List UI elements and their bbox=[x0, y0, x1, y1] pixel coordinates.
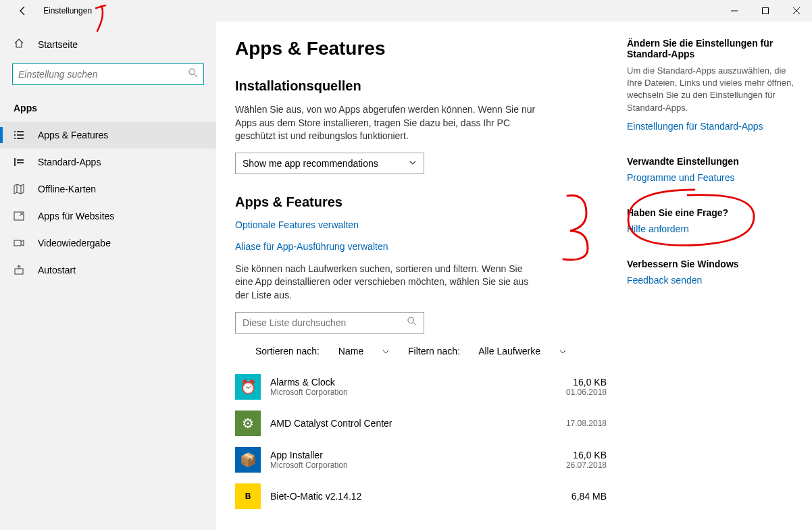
sort-control[interactable]: Sortieren nach: Name bbox=[255, 346, 389, 356]
app-name: App Installer bbox=[270, 450, 546, 460]
svg-rect-14 bbox=[17, 162, 24, 163]
sidebar-section-header: Apps bbox=[0, 99, 216, 122]
side-programs-link[interactable]: Programme und Features bbox=[627, 172, 803, 183]
install-sources-desc: Wählen Sie aus, von wo Apps abgerufen we… bbox=[235, 103, 539, 143]
sidebar-item-label: Autostart bbox=[38, 265, 76, 275]
app-size: 16,0 KB bbox=[546, 377, 607, 388]
svg-rect-17 bbox=[15, 269, 23, 274]
svg-rect-1 bbox=[763, 8, 769, 14]
install-sources-title: Installationsquellen bbox=[235, 78, 613, 94]
svg-rect-11 bbox=[17, 138, 24, 139]
apps-features-title: Apps & Features bbox=[235, 194, 613, 210]
app-icon: B bbox=[235, 483, 261, 509]
svg-line-5 bbox=[195, 74, 197, 77]
app-vendor: Microsoft Corporation bbox=[270, 388, 546, 397]
sidebar-item-label: Videowiedergabe bbox=[38, 238, 111, 248]
content-side: Ändern Sie die Einstellungen für Standar… bbox=[627, 38, 803, 530]
sidebar-item-label: Standard-Apps bbox=[38, 157, 101, 167]
page-title: Apps & Features bbox=[235, 38, 613, 59]
app-list-search-wrapper[interactable] bbox=[235, 312, 424, 334]
app-row[interactable]: 📦 App Installer Microsoft Corporation 16… bbox=[235, 442, 613, 478]
home-icon bbox=[14, 38, 27, 51]
side-help-link[interactable]: Hilfe anfordern bbox=[627, 223, 803, 234]
app-list-search-input[interactable] bbox=[243, 317, 407, 328]
search-input[interactable] bbox=[18, 69, 188, 80]
app-row[interactable]: ⚙ AMD Catalyst Control Center 17.08.2018 bbox=[235, 405, 613, 442]
svg-rect-7 bbox=[17, 131, 24, 132]
sidebar: Startseite Apps Apps & Features Standard… bbox=[0, 22, 216, 530]
maximize-button[interactable] bbox=[750, 0, 781, 22]
sidebar-item-video[interactable]: Videowiedergabe bbox=[0, 230, 216, 257]
optional-features-link[interactable]: Optionale Features verwalten bbox=[235, 219, 613, 230]
side-defaults-link[interactable]: Einstellungen für Standard-Apps bbox=[627, 121, 803, 132]
side-improve-title: Verbessern Sie Windows bbox=[627, 259, 803, 269]
apps-features-desc: Sie können nach Laufwerken suchen, sorti… bbox=[235, 263, 539, 302]
app-size: 6,84 MB bbox=[546, 491, 607, 502]
window-title: Einstellungen bbox=[43, 6, 92, 16]
minimize-button[interactable] bbox=[719, 0, 750, 22]
app-icon: ⚙ bbox=[235, 410, 261, 436]
svg-rect-8 bbox=[14, 134, 16, 136]
video-icon bbox=[14, 238, 27, 248]
sidebar-item-label: Apps & Features bbox=[38, 130, 108, 140]
sidebar-item-offline-maps[interactable]: Offline-Karten bbox=[0, 176, 216, 203]
search-icon bbox=[188, 68, 198, 80]
close-button[interactable] bbox=[781, 0, 812, 22]
list-icon bbox=[14, 130, 27, 140]
app-size: 16,0 KB bbox=[546, 450, 607, 460]
content-main: Apps & Features Installationsquellen Wäh… bbox=[235, 38, 613, 530]
svg-rect-9 bbox=[17, 134, 24, 136]
filter-control[interactable]: Filtern nach: Alle Laufwerke bbox=[408, 346, 566, 356]
sidebar-item-default-apps[interactable]: Standard-Apps bbox=[0, 149, 216, 176]
defaults-icon bbox=[14, 157, 27, 167]
svg-rect-12 bbox=[14, 158, 16, 166]
search-icon bbox=[407, 317, 417, 329]
sidebar-item-apps-features[interactable]: Apps & Features bbox=[0, 122, 216, 149]
side-defaults-text: Um die Standard-Apps auszuwählen, die Ih… bbox=[627, 65, 803, 114]
dropdown-value: Show me app recommendations bbox=[243, 158, 378, 169]
sidebar-item-apps-websites[interactable]: Apps für Websites bbox=[0, 203, 216, 230]
sidebar-item-label: Apps für Websites bbox=[38, 211, 114, 221]
map-icon bbox=[14, 184, 27, 194]
search-input-wrapper[interactable] bbox=[12, 63, 204, 85]
side-related-title: Verwandte Einstellungen bbox=[627, 156, 803, 167]
side-help-title: Haben Sie eine Frage? bbox=[627, 207, 803, 218]
app-date: 01.06.2018 bbox=[546, 388, 607, 397]
svg-rect-10 bbox=[14, 138, 16, 139]
sidebar-item-label: Offline-Karten bbox=[38, 184, 96, 194]
websites-icon bbox=[14, 211, 27, 221]
app-icon: 📦 bbox=[235, 447, 261, 473]
svg-rect-16 bbox=[14, 240, 21, 246]
app-name: Biet-O-Matic v2.14.12 bbox=[270, 491, 546, 502]
app-alias-link[interactable]: Aliase für App-Ausführung verwalten bbox=[235, 241, 613, 252]
svg-point-4 bbox=[189, 69, 195, 75]
svg-rect-6 bbox=[14, 131, 16, 132]
app-date: 17.08.2018 bbox=[546, 419, 607, 428]
app-name: Alarms & Clock bbox=[270, 377, 546, 388]
app-icon: ⏰ bbox=[235, 374, 261, 400]
app-vendor: Microsoft Corporation bbox=[270, 460, 546, 470]
autostart-icon bbox=[14, 265, 27, 275]
home-link[interactable]: Startseite bbox=[0, 31, 216, 58]
back-button[interactable] bbox=[11, 0, 35, 22]
sidebar-item-autostart[interactable]: Autostart bbox=[0, 257, 216, 284]
svg-point-18 bbox=[408, 317, 414, 323]
home-label: Startseite bbox=[38, 39, 78, 50]
app-row[interactable]: ⏰ Alarms & Clock Microsoft Corporation 1… bbox=[235, 369, 613, 405]
svg-rect-13 bbox=[17, 159, 24, 161]
app-date: 26.07.2018 bbox=[546, 460, 607, 470]
install-sources-dropdown[interactable]: Show me app recommendations bbox=[235, 153, 424, 174]
app-name: AMD Catalyst Control Center bbox=[270, 418, 546, 429]
app-row[interactable]: B Biet-O-Matic v2.14.12 6,84 MB bbox=[235, 478, 613, 514]
side-feedback-link[interactable]: Feedback senden bbox=[627, 275, 803, 286]
chevron-down-icon bbox=[409, 158, 417, 169]
side-defaults-title: Ändern Sie die Einstellungen für Standar… bbox=[627, 38, 803, 59]
svg-line-19 bbox=[413, 322, 416, 325]
